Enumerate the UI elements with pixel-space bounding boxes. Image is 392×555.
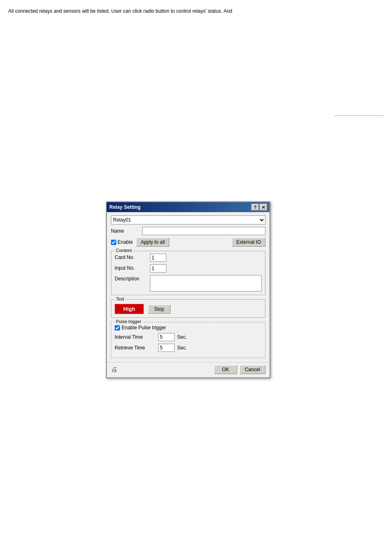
interval-sec-label: Sec. (177, 334, 187, 340)
apply-all-button[interactable]: Apply to all (136, 238, 169, 247)
underline-decoration (334, 115, 384, 116)
input-no-label: Input No. (115, 264, 148, 271)
high-button[interactable]: High (115, 304, 144, 314)
external-io-button[interactable]: External IO (232, 238, 265, 247)
input-no-row: Input No. (115, 264, 262, 273)
test-inner: High Stop (115, 302, 262, 314)
description-label: Description (115, 275, 148, 282)
dialog-title: Relay Setting (109, 204, 141, 210)
stop-button[interactable]: Stop (148, 305, 171, 314)
enable-pulse-row: Enable Pulse trigger (115, 325, 262, 331)
test-group: Test High Stop (111, 299, 265, 318)
dialog-body: Relay01 Relay02 Relay03 Name Enable Appl… (107, 212, 270, 362)
enable-checkbox-label[interactable]: Enable (111, 239, 133, 245)
retrieve-time-input[interactable] (158, 344, 175, 352)
input-no-input[interactable] (150, 264, 166, 273)
name-input[interactable] (142, 227, 265, 235)
enable-pulse-checkbox[interactable] (115, 325, 120, 331)
enable-checkbox[interactable] (111, 240, 116, 245)
relay-select[interactable]: Relay01 Relay02 Relay03 (111, 215, 265, 224)
enable-pulse-label: Enable Pulse trigger (122, 325, 166, 331)
relay-dropdown-row: Relay01 Relay02 Relay03 (111, 215, 265, 224)
cancel-button[interactable]: Cancel (240, 365, 265, 374)
titlebar-buttons: ? ✕ (251, 204, 267, 210)
description-input[interactable] (150, 275, 262, 291)
test-group-label: Test (115, 296, 125, 301)
card-no-row: Card No. (115, 254, 262, 262)
card-no-input[interactable] (150, 254, 166, 262)
help-button[interactable]: ? (251, 204, 259, 210)
relay-setting-dialog: Relay Setting ? ✕ Relay01 Relay02 Relay0… (106, 201, 270, 378)
card-no-label: Card No. (115, 254, 148, 260)
content-group: Content Card No. Input No. Description (111, 251, 265, 295)
description-row: Description (115, 275, 262, 291)
pulse-trigger-group: Pulse trigger Enable Pulse trigger Inter… (111, 322, 265, 358)
content-group-label: Content (115, 248, 133, 253)
printer-icon: 🖨 (111, 366, 118, 373)
name-label: Name (111, 228, 140, 234)
close-button[interactable]: ✕ (260, 204, 267, 210)
name-row: Name (111, 227, 265, 235)
retrieve-sec-label: Sec. (177, 345, 187, 351)
interval-time-input[interactable] (158, 333, 175, 341)
enable-label-text: Enable (118, 239, 133, 245)
ok-button[interactable]: OK (214, 365, 237, 374)
dialog-footer: 🖨 OK Cancel (107, 362, 270, 377)
interval-time-label: Interval Time (115, 334, 156, 340)
interval-time-row: Interval Time Sec. (115, 333, 262, 341)
page-description: All connected relays and sensors will be… (0, 0, 392, 15)
pulse-group-label: Pulse trigger (115, 319, 143, 324)
retrieve-time-row: Retrieve Time Sec. (115, 344, 262, 352)
dialog-titlebar: Relay Setting ? ✕ (107, 202, 270, 212)
retrieve-time-label: Retrieve Time (115, 345, 156, 351)
enable-row: Enable Apply to all External IO (111, 238, 265, 247)
